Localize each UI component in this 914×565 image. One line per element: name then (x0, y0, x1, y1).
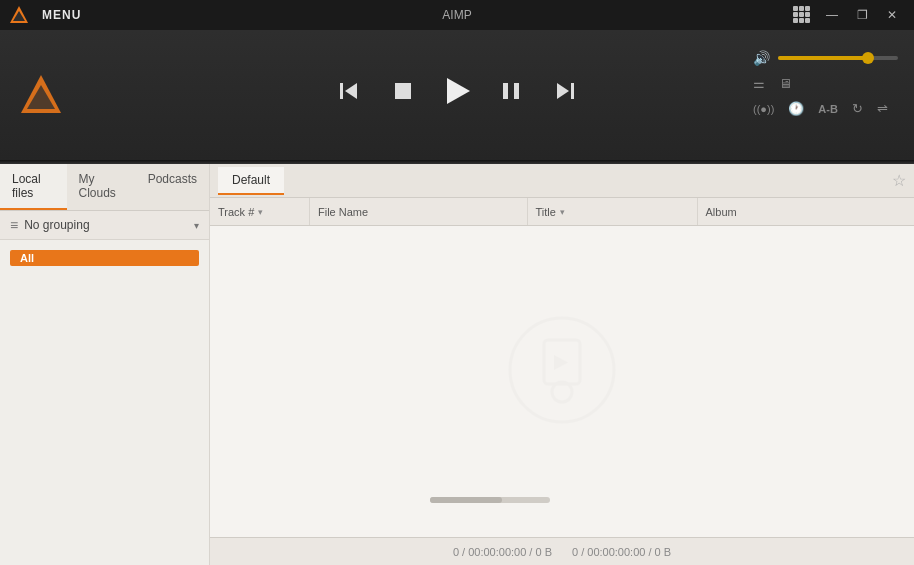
horizontal-scrollbar[interactable] (430, 497, 550, 503)
minimize-button[interactable]: — (818, 4, 846, 26)
title-bar-left: MENU (8, 4, 87, 26)
grid-view-button[interactable] (788, 4, 816, 26)
left-panel: Local files My Clouds Podcasts ≡ No grou… (0, 164, 210, 565)
tab-my-clouds[interactable]: My Clouds (67, 164, 136, 210)
col-header-filename[interactable]: File Name (310, 198, 528, 225)
volume-icon: 🔊 (753, 50, 770, 66)
play-button[interactable] (439, 73, 475, 109)
star-button[interactable]: ☆ (892, 171, 906, 190)
svg-point-12 (510, 318, 614, 422)
bottom-right-icons: ((●)) 🕐 A-B ↻ ⇌ (753, 101, 898, 116)
prev-button[interactable] (331, 73, 367, 109)
grouping-row[interactable]: ≡ No grouping ▾ (0, 211, 209, 240)
svg-marker-15 (554, 355, 568, 370)
hamburger-icon: ≡ (10, 217, 18, 233)
svg-marker-10 (557, 83, 569, 99)
tab-local-files[interactable]: Local files (0, 164, 67, 210)
pause-button[interactable] (493, 73, 529, 109)
close-button[interactable]: ✕ (878, 4, 906, 26)
menu-button[interactable]: MENU (36, 6, 87, 24)
playlist-tabs-row: Default ☆ (210, 164, 914, 198)
all-badge[interactable]: All (10, 250, 199, 266)
volume-row: 🔊 (753, 50, 898, 66)
watermark (502, 310, 622, 430)
title-bar: MENU AIMP — ❐ ✕ (0, 0, 914, 30)
stop-button[interactable] (385, 73, 421, 109)
tab-podcasts[interactable]: Podcasts (136, 164, 209, 210)
screen-icon[interactable]: 🖥 (779, 76, 792, 91)
restore-button[interactable]: ❐ (848, 4, 876, 26)
surround-icon[interactable]: ((●)) (753, 103, 774, 115)
main-content: Local files My Clouds Podcasts ≡ No grou… (0, 164, 914, 565)
right-panel: Default ☆ Track # ▾ File Name Title ▾ Al… (210, 164, 914, 565)
grouping-label: No grouping (24, 218, 188, 232)
track-status-bar: 0 / 00:00:00:00 / 0 B 0 / 00:00:00:00 / … (210, 537, 914, 565)
svg-rect-6 (395, 83, 411, 99)
title-filter-icon: ▾ (560, 207, 565, 217)
status-left: 0 / 00:00:00:00 / 0 B (453, 546, 552, 558)
repeat-icon[interactable]: ↻ (852, 101, 863, 116)
right-controls: 🔊 ⚌ 🖥 ((●)) 🕐 A-B ↻ ⇌ (753, 50, 898, 116)
svg-marker-5 (345, 83, 357, 99)
svg-rect-9 (514, 83, 519, 99)
track-list (210, 226, 914, 537)
volume-slider[interactable] (778, 56, 898, 60)
left-tabs-row: Local files My Clouds Podcasts (0, 164, 209, 211)
next-button[interactable] (547, 73, 583, 109)
transport-controls (331, 73, 583, 109)
grouping-arrow-icon: ▾ (194, 220, 199, 231)
col-header-album[interactable]: Album (698, 198, 915, 225)
left-list (0, 276, 209, 565)
track-filter-icon: ▾ (258, 207, 263, 217)
svg-rect-11 (571, 83, 574, 99)
playlist-tab-default[interactable]: Default (218, 167, 284, 195)
right-icons-row: ⚌ 🖥 (753, 76, 898, 91)
clock-icon[interactable]: 🕐 (788, 101, 804, 116)
col-header-track[interactable]: Track # ▾ (210, 198, 310, 225)
player-area: 🔊 ⚌ 🖥 ((●)) 🕐 A-B ↻ ⇌ (0, 30, 914, 160)
player-logo (16, 70, 66, 120)
svg-marker-7 (447, 78, 470, 104)
window-controls: — ❐ ✕ (788, 4, 906, 26)
svg-rect-4 (340, 83, 343, 99)
app-title: AIMP (442, 8, 471, 22)
ab-button[interactable]: A-B (818, 103, 838, 115)
col-header-title[interactable]: Title ▾ (528, 198, 698, 225)
equalizer-icon[interactable]: ⚌ (753, 76, 765, 91)
shuffle-icon[interactable]: ⇌ (877, 101, 888, 116)
status-right: 0 / 00:00:00:00 / 0 B (572, 546, 671, 558)
svg-rect-8 (503, 83, 508, 99)
aimp-logo (8, 4, 30, 26)
track-header: Track # ▾ File Name Title ▾ Album (210, 198, 914, 226)
